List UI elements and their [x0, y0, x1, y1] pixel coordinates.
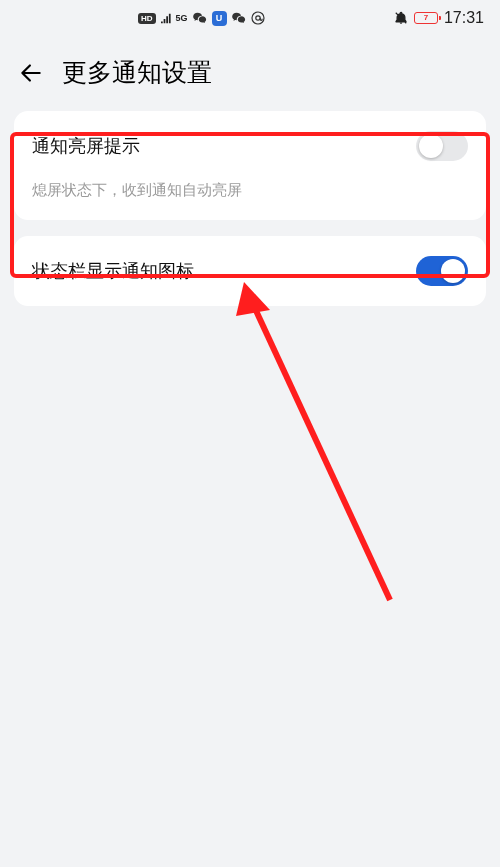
toggle-knob [419, 134, 443, 158]
row-label: 状态栏显示通知图标 [32, 259, 194, 283]
svg-point-1 [255, 16, 259, 20]
clock-time: 17:31 [444, 9, 484, 27]
toggle-statusbar-icons[interactable] [416, 256, 468, 286]
svg-line-2 [252, 302, 390, 600]
status-bar: HD 5G U 7 17:31 [0, 0, 500, 36]
battery-level: 7 [424, 14, 428, 22]
network-label: 5G [176, 13, 188, 23]
status-left-icons: HD 5G U [138, 11, 265, 26]
back-button[interactable] [16, 58, 46, 88]
group-statusbar-icons: 状态栏显示通知图标 [14, 236, 486, 306]
row-wake-on-notify[interactable]: 通知亮屏提示 [14, 111, 486, 181]
battery-icon: 7 [414, 12, 438, 24]
annotation-arrow [210, 270, 410, 610]
svg-point-0 [252, 12, 264, 24]
row-statusbar-icons[interactable]: 状态栏显示通知图标 [14, 236, 486, 306]
row-label: 通知亮屏提示 [32, 134, 140, 158]
hd-icon: HD [138, 13, 156, 24]
group-wake-on-notify: 通知亮屏提示 熄屏状态下，收到通知自动亮屏 [14, 111, 486, 220]
wechat2-icon [232, 11, 246, 25]
signal-icon [161, 11, 175, 25]
u-badge-icon: U [212, 11, 227, 26]
at-icon [251, 11, 265, 25]
row-description: 熄屏状态下，收到通知自动亮屏 [14, 181, 486, 220]
mute-icon [394, 11, 408, 25]
arrow-left-icon [18, 60, 44, 86]
toggle-knob [441, 259, 465, 283]
status-right-icons: 7 17:31 [394, 9, 484, 27]
wechat-icon [193, 11, 207, 25]
header: 更多通知设置 [0, 36, 500, 111]
page-title: 更多通知设置 [62, 56, 212, 89]
toggle-wake-on-notify[interactable] [416, 131, 468, 161]
settings-list: 通知亮屏提示 熄屏状态下，收到通知自动亮屏 状态栏显示通知图标 [0, 111, 500, 306]
